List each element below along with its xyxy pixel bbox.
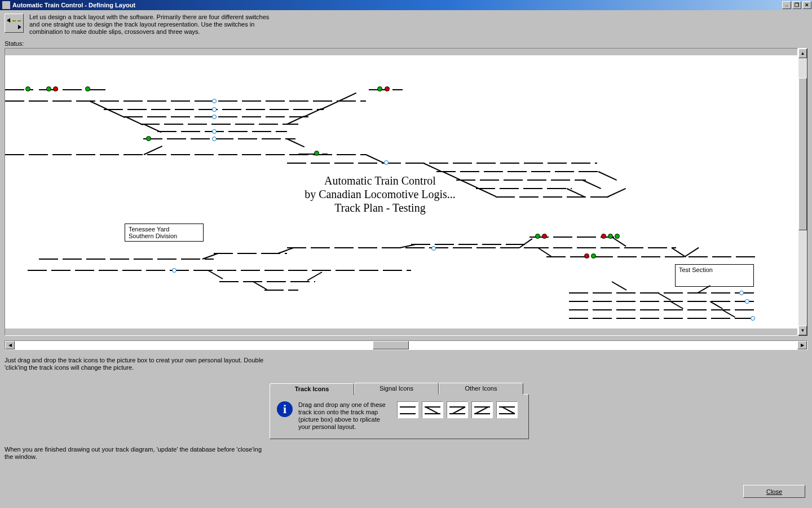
signal-green-icon — [615, 234, 620, 239]
restore-button[interactable] — [792, 1, 801, 9]
signal-green-icon — [591, 253, 596, 259]
hint-below-map: Just drag and drop the track icons to th… — [5, 357, 275, 371]
info-icon: i — [277, 401, 293, 417]
signal-red-icon — [584, 253, 589, 259]
signal-green-icon — [377, 86, 382, 91]
tab-signal-icons[interactable]: Signal Icons — [354, 383, 439, 395]
signal-green-icon — [146, 136, 151, 141]
horizontal-scroll-thumb[interactable] — [373, 341, 409, 349]
close-button[interactable]: Close — [743, 485, 805, 498]
scroll-right-button[interactable]: ▶ — [797, 341, 807, 349]
vertical-scroll-thumb[interactable] — [798, 78, 807, 230]
scroll-up-button[interactable]: ▲ — [798, 49, 807, 58]
signal-red-icon — [385, 86, 390, 91]
close-button-label-rest: lose — [771, 488, 782, 495]
track-icon-switch-right-down[interactable] — [422, 401, 443, 418]
window-title: Automatic Train Control - Defining Layou… — [12, 2, 782, 8]
signal-green-icon — [535, 234, 540, 239]
status-label: Status: — [5, 40, 807, 47]
tab-help-text: Drag and drop any one of these track ico… — [298, 401, 391, 431]
track-icon-switch-right-up[interactable] — [496, 401, 518, 418]
horizontal-scrollbar[interactable]: ◀ ▶ — [5, 340, 807, 350]
scroll-left-button[interactable]: ◀ — [5, 341, 15, 349]
header-help-text: Let us design a track layout with the so… — [29, 14, 272, 36]
tab-track-icons[interactable]: Track Icons — [270, 383, 354, 395]
track-icon-switch-left-down[interactable] — [447, 401, 468, 418]
icon-palette: Track Icons Signal Icons Other Icons i D… — [270, 383, 529, 439]
tab-other-icons[interactable]: Other Icons — [439, 383, 523, 395]
app-icon — [2, 1, 10, 9]
track-icon-straight[interactable] — [397, 401, 418, 418]
window-close-button[interactable] — [802, 1, 811, 9]
titlebar: Automatic Train Control - Defining Layou… — [0, 0, 812, 10]
signal-red-icon — [601, 234, 606, 239]
vertical-scrollbar[interactable]: ▲ ▼ — [798, 48, 807, 336]
track-map[interactable]: Automatic Train Control by Canadian Loco… — [5, 48, 798, 336]
map-title: Automatic Train Control by Canadian Loco… — [287, 174, 473, 214]
signal-green-icon — [314, 151, 319, 156]
layout-tool-icon[interactable] — [5, 14, 24, 33]
scroll-down-button[interactable]: ▼ — [798, 326, 807, 335]
track-icon-switch-left-up[interactable] — [471, 401, 493, 418]
signal-red-icon — [542, 234, 547, 239]
map-label-test: Test Section — [675, 264, 754, 287]
signal-green-icon — [608, 234, 613, 239]
vertical-scroll-track[interactable] — [798, 58, 807, 326]
horizontal-scroll-track[interactable] — [15, 341, 797, 349]
minimize-button[interactable] — [782, 1, 791, 9]
map-label-yard: Tenessee Yard Southern Division — [125, 224, 204, 242]
signal-red-icon — [53, 86, 58, 91]
signal-green-icon — [25, 86, 30, 91]
signal-green-icon — [46, 86, 51, 91]
hint-bottom: When you are finished drawing out your t… — [5, 446, 264, 461]
signal-green-icon — [85, 86, 90, 91]
